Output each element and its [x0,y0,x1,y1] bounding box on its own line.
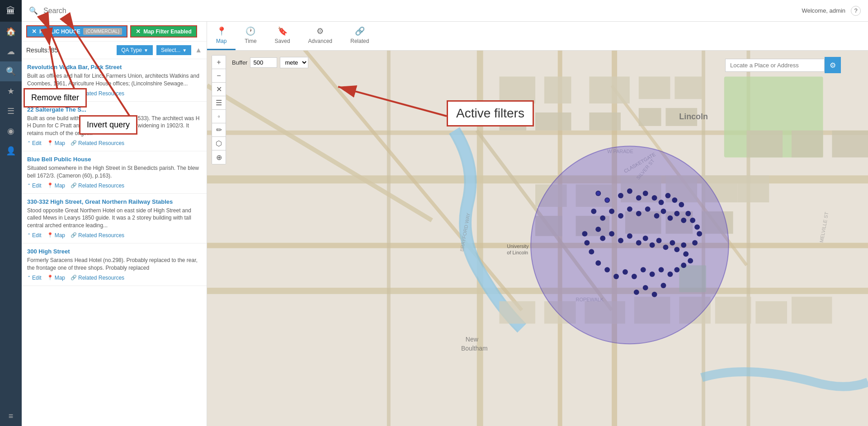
results-panel: ✕ PUBLIC HOUSE (COMMERCIAL) ✕ Map Filter… [22,22,207,426]
related-tab-icon: 🔗 [355,26,365,36]
svg-point-119 [582,231,587,237]
tab-related[interactable]: 🔗 Related [341,22,378,50]
related-icon: 🔗 [71,90,77,96]
sidebar-item-layers[interactable]: ◉ [0,121,22,141]
qa-type-filter-button[interactable]: QA Type ▼ [117,45,153,55]
svg-rect-2 [477,51,483,426]
sidebar-item-cloud[interactable]: ☁ [0,42,22,61]
draw-point-button[interactable]: ◦ [212,110,226,123]
tab-map[interactable]: 📍 Map [207,22,236,50]
svg-point-105 [688,258,693,263]
related-resources-link[interactable]: 🔗 Related Resources [71,90,124,97]
result-title[interactable]: Blue Bell Public House [27,156,201,163]
svg-point-95 [627,234,632,239]
svg-rect-32 [738,175,769,202]
tab-saved-label: Saved [275,38,290,44]
map-link[interactable]: 📍 Map [47,140,65,146]
svg-point-81 [654,213,660,219]
edit-link[interactable]: ⌃ Edit [27,140,42,146]
svg-rect-23 [639,76,670,99]
svg-point-116 [595,260,601,266]
tab-advanced[interactable]: ⚙ Advanced [299,22,341,50]
svg-point-65 [618,193,623,198]
svg-point-107 [674,267,679,272]
result-actions: ⌃ Edit 📍 Map 🔗 Related Resources [27,232,201,239]
fullscreen-button[interactable]: ✕ [212,83,226,96]
svg-point-111 [641,267,646,272]
select-button[interactable]: ⬡ [212,137,226,150]
qa-type-dropdown-arrow: ▼ [144,48,148,53]
zoom-in-button[interactable]: + [212,56,226,69]
svg-rect-44 [755,301,787,324]
related-resources-link[interactable]: 🔗 Related Resources [71,183,124,189]
result-title[interactable]: 300 High Street [27,248,201,255]
svg-rect-22 [589,112,621,131]
svg-point-66 [627,188,632,194]
sidebar-item-search[interactable]: 🔍 [0,61,22,81]
app-logo[interactable]: 🏛 [0,0,22,22]
result-title[interactable]: 330-332 High Street, Great Northern Rail… [27,198,201,205]
edit-link[interactable]: ⌃ Edit [27,275,42,281]
svg-text:Lincoln: Lincoln [679,112,708,121]
related-resources-link[interactable]: 🔗 Related Resources [71,140,124,146]
svg-point-118 [584,240,590,245]
svg-point-96 [636,240,642,245]
svg-rect-24 [675,76,702,99]
edit-link[interactable]: ⌃ Edit [27,90,42,97]
select-filter-button[interactable]: Select... ▼ [156,45,191,55]
zoom-out-button[interactable]: − [212,69,226,83]
sidebar-item-saved[interactable]: ★ [0,81,22,101]
map-link[interactable]: 📍 Map [47,90,65,97]
advanced-tab-icon: ⚙ [316,26,324,36]
search-input[interactable] [43,7,796,15]
map-link[interactable]: 📍 Map [47,232,65,239]
buffer-unit-select[interactable]: mete km [280,57,308,68]
svg-rect-43 [715,297,751,324]
locate-settings-button[interactable]: ⚙ [825,57,841,73]
tab-advanced-label: Advanced [308,38,332,44]
sidebar-item-menu[interactable]: ≡ [0,406,22,426]
svg-rect-6 [207,288,868,294]
edit-link[interactable]: ⌃ Edit [27,183,42,189]
type-filter-tag[interactable]: ✕ PUBLIC HOUSE (COMMERCIAL) [26,25,127,37]
buffer-input[interactable] [250,57,277,68]
related-icon: 🔗 [71,183,77,188]
sidebar-item-list[interactable]: ☰ [0,101,22,121]
locate-input[interactable] [725,59,825,72]
edit-icon: ⌃ [27,233,31,238]
related-resources-link[interactable]: 🔗 Related Resources [71,232,124,239]
svg-point-120 [634,290,639,295]
svg-point-108 [667,272,673,277]
filter-tags: ✕ PUBLIC HOUSE (COMMERCIAL) ✕ Map Filter… [22,22,207,42]
svg-point-90 [692,240,698,245]
map-pin-icon: 📍 [47,275,53,281]
result-actions: ⌃ Edit 📍 Map 🔗 Related Resources [27,275,201,281]
sidebar-item-home[interactable]: 🏠 [0,22,22,42]
svg-point-60 [531,146,729,344]
draw-polygon-button[interactable]: ✏ [212,123,226,137]
help-icon[interactable]: ? [851,6,861,16]
tab-time[interactable]: 🕐 Time [236,22,265,50]
edit-link[interactable]: ⌃ Edit [27,232,42,239]
buffer-bar: Buffer mete km [232,57,308,68]
map-filter-tag[interactable]: ✕ Map Filter Enabled [130,25,197,37]
svg-rect-8 [387,51,391,426]
zoom-fit-button[interactable]: ⊕ [212,150,226,164]
sidebar-item-user[interactable]: 👤 [0,141,22,161]
type-filter-label: PUBLIC HOUSE [39,28,80,35]
svg-point-98 [650,242,655,248]
result-title[interactable]: Revolution Vodka Bar, Park Street [27,64,201,70]
map-link[interactable]: 📍 Map [47,275,65,281]
map-container[interactable]: Lincoln New Boultham University of Linco… [207,51,868,426]
results-list[interactable]: Revolution Vodka Bar, Park Street Built … [22,59,207,426]
map-pin-icon: 📍 [47,140,53,146]
related-resources-link[interactable]: 🔗 Related Resources [71,275,124,281]
map-link[interactable]: 📍 Map [47,183,65,189]
tab-saved[interactable]: 🔖 Saved [266,22,299,50]
remove-map-filter-icon[interactable]: ✕ [136,28,141,35]
svg-point-121 [643,285,648,290]
result-title[interactable]: 22 Saltergate The S... [27,106,201,113]
remove-type-filter-icon[interactable]: ✕ [32,28,37,35]
svg-point-123 [661,283,666,288]
layers-button[interactable]: ☰ [212,96,226,110]
